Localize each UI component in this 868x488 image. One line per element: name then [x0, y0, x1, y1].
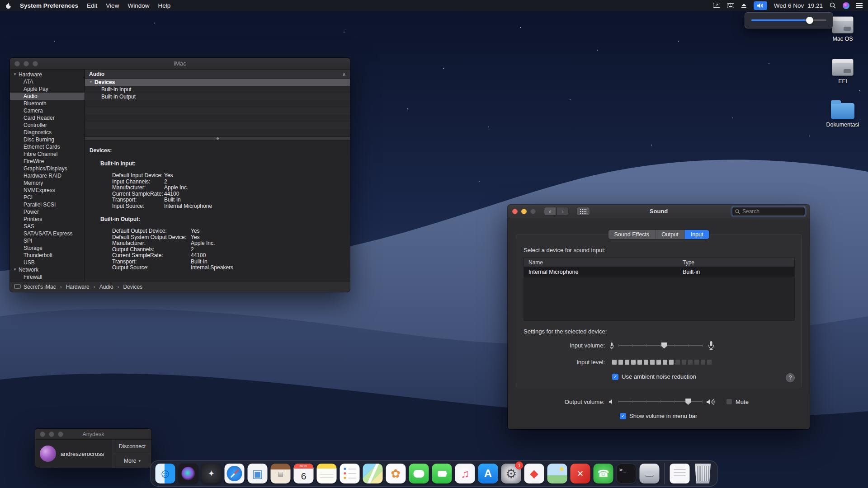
- close-button[interactable]: [40, 432, 45, 437]
- eject-icon[interactable]: [741, 1, 747, 10]
- sidebar-item-usb[interactable]: USB: [10, 259, 85, 266]
- volume-popover-slider[interactable]: [751, 19, 826, 21]
- sidebar-item-disc-burning[interactable]: Disc Burning: [10, 136, 85, 143]
- back-button[interactable]: ‹: [544, 207, 556, 216]
- search-field[interactable]: [732, 207, 805, 216]
- sidebar-item-nvmexpress[interactable]: NVMExpress: [10, 187, 85, 194]
- column-name[interactable]: Name: [524, 259, 683, 266]
- sysinfo-title-bar[interactable]: iMac: [10, 58, 350, 70]
- table-row-internal-microphone[interactable]: Internal Microphone Built-in: [524, 267, 794, 277]
- sidebar-item-firewire[interactable]: FireWire: [10, 158, 85, 165]
- sidebar-item-printers[interactable]: Printers: [10, 216, 85, 223]
- dock-photos-icon[interactable]: ✿: [386, 464, 406, 483]
- sidebar-item-locations[interactable]: Locations: [10, 281, 85, 281]
- disclosure-triangle-icon[interactable]: ▼: [13, 71, 17, 78]
- zoom-button[interactable]: [33, 61, 38, 66]
- sidebar-item-firewall[interactable]: Firewall: [10, 273, 85, 281]
- volume-menu-icon[interactable]: [754, 1, 767, 10]
- tree-row-devices[interactable]: ▼Devices: [85, 79, 350, 86]
- sidebar-item-spi[interactable]: SPI: [10, 237, 85, 244]
- dock-siri-icon[interactable]: [179, 464, 198, 483]
- dock-finder-icon[interactable]: ☺: [156, 464, 175, 483]
- zoom-button[interactable]: [58, 432, 63, 437]
- disclosure-triangle-icon[interactable]: ▼: [13, 266, 17, 273]
- sidebar-item-graphics-displays[interactable]: Graphics/Displays: [10, 165, 85, 172]
- dock-reminders-icon[interactable]: [340, 464, 360, 483]
- sidebar-item-storage[interactable]: Storage: [10, 244, 85, 252]
- help-button[interactable]: ?: [786, 373, 795, 382]
- dock-facetime-icon[interactable]: [432, 464, 452, 483]
- screen-mirroring-icon[interactable]: [713, 1, 720, 10]
- sidebar-item-memory[interactable]: Memory: [10, 179, 85, 187]
- tree-row-built-in-output[interactable]: Built-in Output: [85, 93, 350, 100]
- dock-anydesk-icon[interactable]: ◆: [524, 464, 544, 483]
- dock-green-app-icon[interactable]: ☎: [594, 464, 613, 483]
- sidebar-item-apple-pay[interactable]: Apple Pay: [10, 85, 85, 93]
- sidebar-item-sata[interactable]: SATA/SATA Express: [10, 230, 85, 237]
- dock-preview-icon[interactable]: ▣: [248, 464, 268, 483]
- keyboard-input-icon[interactable]: [727, 1, 734, 10]
- sidebar-section-hardware[interactable]: ▼Hardware: [10, 71, 85, 78]
- sidebar-item-ethernet-cards[interactable]: Ethernet Cards: [10, 143, 85, 150]
- dock-safari-icon[interactable]: [225, 464, 245, 483]
- sidebar-item-sas[interactable]: SAS: [10, 223, 85, 230]
- sidebar-item-card-reader[interactable]: Card Reader: [10, 114, 85, 122]
- tab-output[interactable]: Output: [656, 230, 685, 239]
- search-input[interactable]: [742, 208, 797, 215]
- desktop-icon-dokumentasi[interactable]: Dokumentasi: [819, 103, 866, 128]
- notification-center-icon[interactable]: [856, 1, 863, 10]
- apple-menu-icon[interactable]: [5, 2, 11, 9]
- output-volume-thumb[interactable]: [685, 399, 691, 405]
- sidebar-item-ata[interactable]: ATA: [10, 78, 85, 85]
- dock-maps-icon[interactable]: [363, 464, 383, 483]
- output-volume-slider[interactable]: [618, 398, 703, 405]
- sidebar-item-controller[interactable]: Controller: [10, 122, 85, 129]
- dock-contacts-icon[interactable]: ▤: [271, 464, 291, 483]
- sidebar-section-network[interactable]: ▼Network: [10, 266, 85, 273]
- mute-checkbox[interactable]: [726, 399, 732, 405]
- dock-documents-icon[interactable]: [670, 464, 690, 483]
- close-button[interactable]: [14, 61, 20, 66]
- dock-red-app-icon[interactable]: ×: [571, 464, 590, 483]
- forward-button[interactable]: ›: [557, 207, 569, 216]
- show-all-preferences-button[interactable]: [576, 207, 590, 216]
- collapse-chevron-icon[interactable]: ∧: [342, 70, 346, 79]
- dock-image-viewer-icon[interactable]: [547, 464, 567, 483]
- input-volume-thumb[interactable]: [661, 343, 667, 349]
- dock-system-preferences-icon[interactable]: ⚙ 1: [501, 464, 521, 483]
- dock-lamp-app-icon[interactable]: [640, 464, 660, 483]
- dock-calendar-icon[interactable]: NOV 6: [294, 464, 314, 483]
- menu-view[interactable]: View: [106, 2, 119, 9]
- ambient-noise-checkbox[interactable]: ✓: [612, 374, 618, 380]
- show-volume-checkbox[interactable]: ✓: [620, 413, 626, 419]
- dock-messages-icon[interactable]: [409, 464, 429, 483]
- dock-itunes-icon[interactable]: ♫: [455, 464, 475, 483]
- menu-edit[interactable]: Edit: [87, 2, 97, 9]
- menu-app-name[interactable]: System Preferences: [20, 2, 78, 9]
- minimize-button[interactable]: [49, 432, 54, 437]
- siri-icon[interactable]: [843, 1, 849, 10]
- disclosure-triangle-icon[interactable]: ▼: [89, 79, 93, 86]
- close-button[interactable]: [512, 209, 518, 214]
- sidebar-item-parallel-scsi[interactable]: Parallel SCSI: [10, 201, 85, 208]
- dock-terminal-icon[interactable]: >_: [617, 464, 637, 483]
- sidebar-item-power[interactable]: Power: [10, 208, 85, 216]
- column-type[interactable]: Type: [683, 259, 794, 266]
- menu-help[interactable]: Help: [158, 2, 170, 9]
- dock-notes-icon[interactable]: [317, 464, 337, 483]
- sidebar-item-pci[interactable]: PCI: [10, 194, 85, 201]
- tab-input[interactable]: Input: [685, 230, 709, 239]
- sidebar-item-fibre-channel[interactable]: Fibre Channel: [10, 150, 85, 158]
- sidebar-item-bluetooth[interactable]: Bluetooth: [10, 100, 85, 107]
- pane-splitter[interactable]: [85, 136, 350, 141]
- minimize-button[interactable]: [521, 209, 527, 214]
- volume-popover-knob[interactable]: [806, 17, 813, 24]
- sidebar-item-camera[interactable]: Camera: [10, 107, 85, 114]
- tab-sound-effects[interactable]: Sound Effects: [609, 230, 656, 239]
- dock-app-store-icon[interactable]: A: [478, 464, 498, 483]
- sidebar-item-audio[interactable]: Audio: [10, 93, 85, 100]
- dock-launchpad-icon[interactable]: ✦: [202, 464, 222, 483]
- sidebar-item-diagnostics[interactable]: Diagnostics: [10, 129, 85, 136]
- zoom-button[interactable]: [530, 209, 536, 214]
- spotlight-icon[interactable]: [830, 1, 836, 10]
